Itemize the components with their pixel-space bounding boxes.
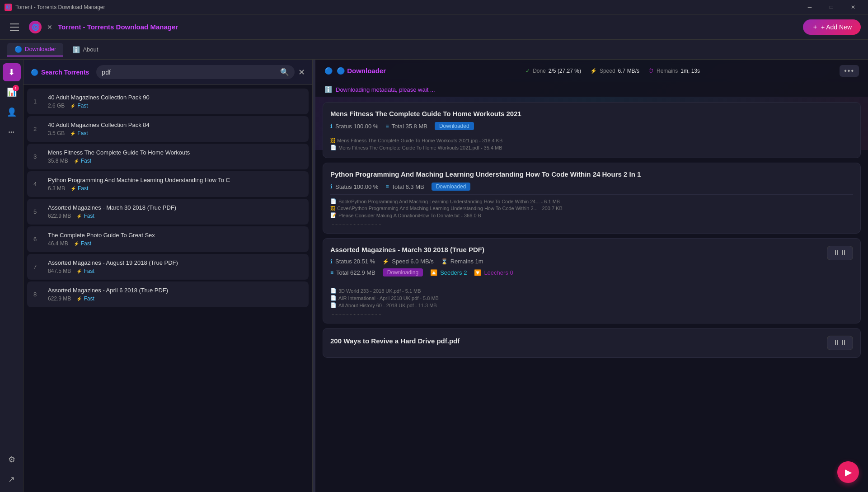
sidebar-chart-button[interactable]: 📊 !: [3, 83, 21, 101]
result-size: 6.3 MB: [48, 185, 65, 192]
search-button[interactable]: 🔍: [280, 68, 289, 76]
file-item: 🖼 Mens Fitness The Complete Guide To Hom…: [330, 138, 853, 143]
list-item[interactable]: 6 The Complete Photo Guide To Great Sex …: [27, 226, 309, 252]
hdd-icon: ≡: [330, 269, 333, 276]
sidebar-settings-button[interactable]: ⚙: [3, 450, 21, 469]
more-dots-icon: •••: [9, 130, 15, 135]
list-item[interactable]: 5 Assorted Magazines - March 30 2018 (Tr…: [27, 199, 309, 225]
result-meta: 622.9 MB ⚡ Fast: [48, 213, 302, 219]
file-name: All About History 60 - 2018 UK.pdf - 11.…: [338, 303, 437, 308]
tab-about[interactable]: ℹ️ About: [65, 43, 105, 56]
close-tab-button[interactable]: ✕: [45, 23, 54, 32]
download-card-2: Python Programming And Maching Learning …: [323, 163, 861, 234]
card-2-status: ℹ Status 100.00 %: [330, 183, 378, 190]
chart-badge: !: [13, 85, 19, 91]
result-meta: 46.4 MB ⚡ Fast: [48, 240, 302, 247]
hamburger-button[interactable]: [7, 20, 22, 34]
maximize-button[interactable]: □: [821, 0, 842, 14]
pdf-file-icon: 📄: [330, 288, 337, 294]
speed-label: Fast: [84, 268, 94, 274]
card-1-badge: Downloaded: [435, 122, 474, 130]
content-area: 🔵 Search Torrents 🔍 ✕ 1 40 Adult Magazin…: [23, 60, 868, 492]
result-name: Assorted Magazines - April 6 2018 (True …: [48, 287, 256, 294]
result-number: 8: [33, 291, 42, 298]
sidebar-download-button[interactable]: ⬇: [3, 63, 21, 81]
list-item[interactable]: 1 40 Adult Magazines Collection Pack 90 …: [27, 89, 309, 114]
clear-search-button[interactable]: ✕: [298, 67, 305, 77]
card-3-status-row-2: ≡ Total 622.9 MB Downloading 🔼 Seeders 2: [330, 268, 827, 276]
speed-label: Fast: [77, 103, 88, 109]
bolt-icon: ⚡: [382, 258, 389, 265]
speed-badge: ⚡ Fast: [74, 158, 91, 164]
info-icon: ℹ️: [324, 86, 332, 93]
done-label: Done: [533, 68, 546, 74]
add-new-plus: ＋: [812, 23, 818, 31]
card-3-badge: Downloading: [383, 268, 423, 276]
search-title-text: Search Torrents: [41, 69, 89, 76]
list-item[interactable]: 3 Mens Fitness The Complete Guide To Hom…: [27, 144, 309, 169]
list-item[interactable]: 7 Assorted Magazines - August 19 2018 (T…: [27, 254, 309, 280]
list-item[interactable]: 4 Python Programming And Machine Learnin…: [27, 171, 309, 197]
result-name: Python Programming And Machine Learning …: [48, 177, 256, 183]
speed-label: Fast: [84, 213, 94, 219]
pause-button[interactable]: ⏸⏸: [827, 246, 853, 260]
result-name: Mens Fitness The Complete Guide To Home …: [48, 149, 256, 156]
fast-icon: ⚡: [76, 296, 82, 301]
card-3-title: Assorted Magazines - March 30 2018 (True…: [330, 246, 827, 253]
search-header: 🔵 Search Torrents 🔍 ✕: [23, 60, 312, 85]
search-title-icon: 🔵: [31, 69, 38, 76]
file-item: 📄 Mens Fitness The Complete Guide To Hom…: [330, 145, 853, 150]
sidebar-export-button[interactable]: ↗: [3, 470, 21, 488]
add-new-label: + Add New: [821, 23, 852, 31]
image-file-icon: 🖼: [330, 206, 335, 211]
speed-badge: ⚡ Fast: [76, 268, 94, 274]
tab-about-icon: ℹ️: [72, 46, 80, 53]
result-info: Assorted Magazines - March 30 2018 (True…: [48, 204, 302, 219]
file-name: 3D World 233 - 2018 UK.pdf - 5.1 MB: [338, 288, 421, 294]
tab-downloader[interactable]: 🔵 Downloader: [7, 43, 63, 56]
sidebar-more-button[interactable]: •••: [3, 123, 21, 141]
tab-downloader-label: Downloader: [25, 46, 56, 52]
remains-label: Remains: [657, 68, 678, 74]
search-input-wrapper: 🔍: [96, 65, 295, 79]
pdf-file-icon: 📄: [330, 198, 337, 204]
search-title: 🔵 Search Torrents: [31, 69, 89, 76]
result-number: 2: [33, 126, 42, 132]
hdd-icon: ≡: [385, 123, 389, 129]
card-3-status-row: ℹ Status 20.51 % ⚡ Speed 6.0 MB/s ⌛: [330, 258, 827, 265]
result-number: 6: [33, 236, 42, 243]
app-header: 🌀 ✕ Torrent - Torrents Download Manager …: [0, 14, 868, 40]
sidebar-user-button[interactable]: 👤: [3, 103, 21, 121]
result-meta: 847.5 MB ⚡ Fast: [48, 268, 302, 274]
more-options-button[interactable]: •••: [840, 65, 859, 77]
pause-button-4[interactable]: ⏸⏸: [827, 336, 853, 350]
search-input[interactable]: [102, 69, 277, 76]
add-new-button[interactable]: ＋ + Add New: [803, 19, 861, 35]
speed-badge: ⚡ Fast: [70, 130, 88, 136]
app-title: Torrent - Torrents Download Manager: [58, 23, 178, 31]
downloader-icon: 🔵: [324, 67, 333, 75]
list-item[interactable]: 2 40 Adult Magazines Collection Pack 84 …: [27, 116, 309, 142]
card-3-speed-text: Speed 6.0 MB/s: [392, 258, 434, 265]
stat-speed: ⚡ Speed 6.7 MB/s: [590, 68, 639, 74]
minimize-button[interactable]: ─: [799, 0, 820, 14]
card-4-title: 200 Ways to Revive a Hard Drive pdf.pdf: [330, 337, 460, 345]
fast-icon: ⚡: [70, 131, 75, 136]
speed-label: Fast: [78, 185, 88, 192]
fast-icon: ⚡: [70, 186, 76, 191]
result-size: 3.5 GB: [48, 130, 65, 136]
card-3-seeders: 🔼 Seeders 2: [430, 269, 467, 276]
result-size: 622.9 MB: [48, 295, 71, 302]
result-size: 2.6 GB: [48, 103, 65, 109]
result-name: 40 Adult Magazines Collection Pack 90: [48, 94, 256, 101]
card-1-title: Mens Fitness The Complete Guide To Home …: [330, 110, 853, 117]
seeders-icon: 🔼: [430, 269, 437, 276]
close-button[interactable]: ✕: [843, 0, 863, 14]
result-number: 4: [33, 181, 42, 187]
download-card-1: Mens Fitness The Complete Guide To Home …: [323, 102, 861, 158]
result-meta: 2.6 GB ⚡ Fast: [48, 103, 302, 109]
list-item[interactable]: 8 Assorted Magazines - April 6 2018 (Tru…: [27, 281, 309, 307]
sidebar-icons: ⬇ 📊 ! 👤 ••• ⚙ ↗: [0, 60, 23, 492]
hourglass-icon: ⌛: [441, 258, 448, 265]
info-circle-icon: ℹ: [330, 183, 333, 190]
